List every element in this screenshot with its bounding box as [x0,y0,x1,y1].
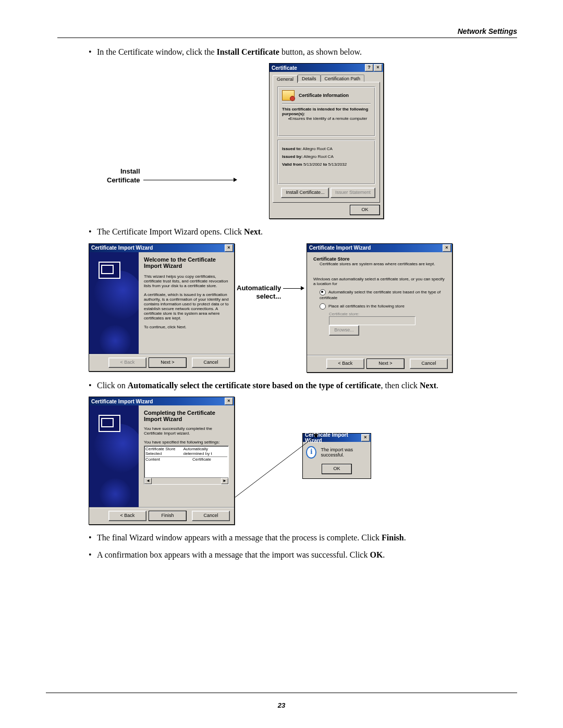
valid-from-value: 5/13/2002 [303,162,322,167]
wizard-store-dialog: Certificate Import Wizard × Certificate … [307,243,452,373]
wizard-store-cancel-button[interactable]: Cancel [410,359,448,369]
wizard-complete-back-button[interactable]: < Back [108,511,146,521]
wizard-welcome-next-button[interactable]: Next > [149,357,187,368]
radio-auto-select[interactable] [320,289,326,295]
msgbox-title: Certificate Import Wizard [305,432,361,443]
issued-by-label: Issued by: [282,154,303,159]
scroll-left-icon[interactable]: ◄ [144,478,152,484]
valid-to-label: to [323,162,327,167]
import-success-msgbox: Certificate Import Wizard × i The import… [302,433,371,479]
bullet-3-post2: . [436,381,438,390]
issuer-statement-button: Issuer Statement [331,188,375,198]
list-col1-row2: Content [145,457,192,462]
bullet-4-pre: The final Wizard window appears with a m… [97,533,382,542]
wizard-complete-p2: You have specified the following setting… [144,440,229,445]
cert-dialog-titlebar: Certificate ? × [270,64,383,72]
callout-install-certificate: Install Certificate [107,167,140,184]
store-p1: Windows can automatically select a certi… [313,277,446,286]
wizard-welcome-titlebar: Certificate Import Wizard × [89,244,234,252]
help-button[interactable]: ? [365,64,373,71]
bullet-3-post: , then click [381,381,420,390]
wizard-welcome-p1: This wizard helps you copy certificates,… [144,274,229,288]
bullet-1-pre: In the Certificate window, click the [97,47,217,56]
wizard-welcome-cancel-button[interactable]: Cancel [192,357,230,368]
wizard-store-titlebar: Certificate Import Wizard × [307,244,452,252]
cert-tabs: General Details Certification Path [273,75,380,82]
radio-auto-select-label: Automatically select the certificate sto… [320,290,440,300]
wizard-complete-p1: You have successfully completed the Cert… [144,426,229,436]
bullet-1-bold: Install Certificate [217,47,279,56]
wizard-welcome-p3: To continue, click Next. [144,325,229,329]
bullet-4-bold: Finish [382,533,404,542]
certificate-dialog: Certificate ? × General Details Certific… [269,63,384,219]
certificate-icon [282,90,295,101]
wizard-welcome-p2: A certificate, which is issued by a cert… [144,292,229,320]
close-icon[interactable]: × [225,398,233,405]
wizard-complete-dialog: Certificate Import Wizard × Completing t… [89,397,235,525]
wizard-welcome-title: Certificate Import Wizard [91,245,153,251]
radio-place-all-label: Place all certificates in the following … [328,304,405,309]
wizard-complete-titlebar: Certificate Import Wizard × [89,397,234,405]
store-field-label: Certificate store: [329,312,446,316]
wizard-welcome-heading: Welcome to the Certificate Import Wizard [144,256,229,269]
list-col2-row1: Automatically determined by t [183,447,227,456]
valid-to-value: 5/13/2032 [328,162,347,167]
page-number: 23 [46,701,517,709]
divider-bottom [46,693,517,693]
wizard-complete-title: Certificate Import Wizard [91,399,153,404]
valid-from-label: Valid from [282,162,302,167]
bullet-5: A confirmation box appears with a messag… [89,549,517,561]
bullet-5-pre: A confirmation box appears with a messag… [97,550,370,559]
bullet-1-post: button, as shown below. [279,47,362,56]
cert-ok-button[interactable]: OK [350,205,380,215]
horiz-scrollbar[interactable]: ◄ ► [144,477,228,484]
wizard-store-back-button[interactable]: < Back [326,359,364,369]
wizard-complete-heading: Completing the Certificate Import Wizard [144,410,229,422]
cert-purpose-line: This certificate is intended for the fol… [282,107,371,116]
wizard-complete-finish-button[interactable]: Finish [149,511,187,521]
issued-to-label: Issued to: [282,146,302,151]
scroll-right-icon[interactable]: ► [221,478,228,484]
msgbox-ok-button[interactable]: OK [322,464,352,474]
bullet-3-bold2: Next [420,381,436,390]
bullet-4-post: . [404,533,406,542]
close-icon[interactable]: × [443,244,451,252]
cert-purpose-item: Ensures the identity of a remote compute… [290,116,368,121]
store-sub: Certificate stores are system areas wher… [313,262,446,266]
close-icon[interactable]: × [225,244,233,252]
issued-by-value: Allegro Root CA [303,154,333,159]
radio-place-all[interactable] [320,303,326,310]
bullet-5-post: . [383,550,385,559]
divider-top [57,38,517,38]
bullet-2-bold: Next [244,227,261,236]
wizard-store-next-button[interactable]: Next > [366,359,405,369]
tab-general[interactable]: General [273,75,298,83]
wizard-complete-cancel-button[interactable]: Cancel [192,511,230,521]
bullet-3-pre: Click on [97,381,128,390]
install-certificate-button[interactable]: Install Certificate... [281,188,329,198]
callout-auto-select: Automatically select... [237,284,281,301]
settings-listbox: Certificate Store Selected Automatically… [144,446,229,485]
cert-dialog-title: Certificate [272,65,297,71]
bullet-2-pre: The Certificate Import Wizard opens. Cli… [97,227,244,236]
bullet-2: The Certificate Import Wizard opens. Cli… [89,226,517,238]
bullet-4: The final Wizard window appears with a m… [89,532,517,544]
bullet-5-bold: OK [370,550,383,559]
info-icon: i [306,446,316,459]
msgbox-message: The import was successful. [321,447,368,458]
close-icon[interactable]: × [361,434,370,441]
tab-cert-path[interactable]: Certification Path [321,75,365,82]
section-header: Network Settings [57,27,517,35]
bullet-3-bold: Automatically select the certificate sto… [128,381,381,390]
cert-tab-panel: Certificate Information This certificate… [273,82,380,203]
tab-details[interactable]: Details [298,75,321,82]
list-col2-row2: Certificate [192,457,211,462]
bullet-2-post: . [261,227,263,236]
issued-to-value: Allegro Root CA [303,146,333,151]
wizard-welcome-dialog: Certificate Import Wizard × Welcome to t… [89,243,235,372]
wizard-store-title: Certificate Import Wizard [309,245,371,251]
browse-button: Browse... [329,325,359,336]
close-button[interactable]: × [374,64,382,71]
msgbox-titlebar: Certificate Import Wizard × [303,434,371,442]
wizard-sidebar-graphic [89,252,139,354]
